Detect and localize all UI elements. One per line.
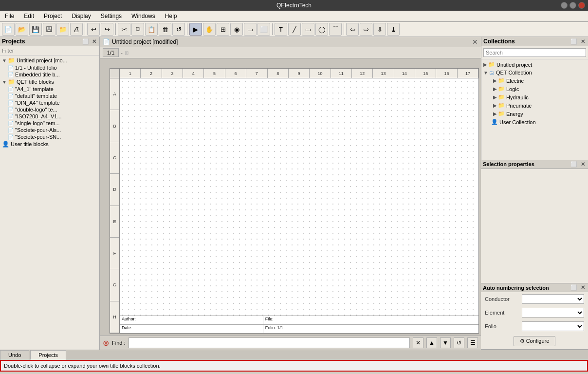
coll-item-electric[interactable]: ▶ 📁 Electric: [481, 76, 588, 85]
link-down-button[interactable]: ⇩: [373, 23, 386, 36]
copy-button[interactable]: ⧉: [131, 23, 144, 36]
search-collections: [481, 46, 588, 59]
coll-item-user-collection[interactable]: 👤 User Collection: [481, 118, 588, 126]
close-button[interactable]: [578, 2, 585, 9]
center-close-button[interactable]: ✕: [472, 38, 478, 46]
tree-item-template-default[interactable]: 📄 "default" template: [0, 93, 99, 99]
link-right-button[interactable]: ⇨: [360, 23, 372, 36]
tree-label-user-blocks: User title blocks: [11, 141, 49, 147]
tree-item-template-societe-als[interactable]: 📄 "Societe-pour-Als...: [0, 127, 99, 133]
coll-item-energy[interactable]: ▶ 📁 Energy: [481, 110, 588, 118]
menu-display[interactable]: Display: [69, 12, 93, 20]
coll-item-hydraulic[interactable]: ▶ 📁 Hydraulic: [481, 93, 588, 101]
find-refresh-button[interactable]: ↺: [454, 337, 464, 348]
tree-item-template-societe-sn[interactable]: 📄 "Societe-pour-SN...: [0, 133, 99, 140]
save-button[interactable]: 💾: [29, 23, 42, 36]
menu-edit[interactable]: Edit: [21, 12, 37, 20]
link-end-button[interactable]: ⤓: [387, 23, 400, 36]
coll-label-user-collection: User Collection: [499, 119, 536, 125]
menu-windows[interactable]: Windows: [129, 12, 158, 20]
grid-button[interactable]: ⊞: [217, 23, 229, 36]
col-8: 8: [268, 69, 289, 78]
tree-label-default: "default" template: [15, 93, 57, 99]
select-all-button[interactable]: ⬜: [257, 23, 270, 36]
open-button[interactable]: 📂: [16, 23, 28, 36]
menu-help[interactable]: Help: [162, 12, 180, 20]
sel-props-float[interactable]: ⬜: [570, 161, 578, 167]
left-panel-float[interactable]: ⬜: [81, 38, 90, 45]
left-panel-header: Projects ⬜ ✕: [0, 37, 99, 46]
maximize-button[interactable]: [570, 2, 576, 9]
circle-mode-button[interactable]: ◉: [230, 23, 243, 36]
tree-item-qet-blocks[interactable]: ▼ 📁 QET title blocks: [0, 78, 99, 86]
canvas-expand-icon[interactable]: ⊞: [125, 50, 129, 56]
auto-num-close[interactable]: ✕: [580, 284, 586, 290]
find-next-up-button[interactable]: ▲: [426, 337, 437, 348]
collections-float[interactable]: ⬜: [570, 38, 578, 44]
folio-select[interactable]: [522, 321, 584, 331]
search-input[interactable]: [483, 48, 586, 57]
tree-item-user-blocks[interactable]: 👤 User title blocks: [0, 140, 99, 148]
rect-draw-button[interactable]: ▭: [302, 23, 314, 36]
tree-item-folio[interactable]: 📄 1/1 - Untitled folio: [0, 64, 99, 71]
find-options-button[interactable]: ☰: [467, 337, 478, 348]
arc-button[interactable]: ⌒: [329, 23, 342, 36]
tree-item-template-doublelogo[interactable]: 📄 "double-logo" te...: [0, 106, 99, 113]
menu-project[interactable]: Project: [41, 12, 65, 20]
menu-settings[interactable]: Settings: [98, 12, 125, 20]
save-as-button[interactable]: [43, 23, 55, 36]
find-prev-button[interactable]: ✕: [413, 337, 423, 348]
conductor-select[interactable]: [522, 294, 584, 304]
ellipse-button[interactable]: ◯: [315, 23, 328, 36]
grid-main[interactable]: Author: File: Date:: [120, 78, 478, 333]
canvas-container[interactable]: 1 2 3 4 5 6 7 8 9 10 11 12 13 14: [100, 58, 481, 336]
redo-button[interactable]: ↪: [101, 23, 113, 36]
pointer-button[interactable]: ▶: [189, 23, 202, 36]
tab-projects[interactable]: Projects: [30, 350, 66, 360]
delete-button[interactable]: 🗑: [159, 23, 171, 36]
tree-label-embedded: Embedded title b...: [15, 72, 60, 77]
text-button[interactable]: T: [275, 23, 287, 36]
pan-button[interactable]: ✋: [203, 23, 216, 36]
configure-button[interactable]: ⚙ Configure: [514, 336, 556, 346]
tree-item-template-dina4[interactable]: 📄 "DIN_A4" template: [0, 99, 99, 106]
menu-file[interactable]: File: [2, 12, 17, 20]
tree-item-template-a41[interactable]: 📄 "A4_1" template: [0, 86, 99, 93]
coll-item-logic[interactable]: ▶ 📁 Logic: [481, 85, 588, 93]
center-titlebar: 📄 Untitled project [modified] ✕: [100, 37, 481, 47]
coll-item-project[interactable]: ▶ 📁 Untitled project: [481, 60, 588, 69]
element-select[interactable]: [522, 308, 584, 318]
new-button[interactable]: 📄: [2, 23, 15, 36]
file-icon-embedded: 📄: [8, 72, 14, 77]
find-close-button[interactable]: ⊗: [103, 338, 109, 348]
minimize-button[interactable]: [561, 2, 568, 9]
main-content: Projects ⬜ ✕ Filter ▼ 📁 Untitled project…: [0, 37, 588, 350]
undo-button[interactable]: ↩: [87, 23, 100, 36]
coll-label-electric: Electric: [506, 78, 524, 84]
coll-item-qet[interactable]: ▼ 🗂 QET Collection: [481, 69, 588, 76]
tree-item-template-iso[interactable]: 📄 "ISO7200_A4_V1...: [0, 113, 99, 120]
left-panel-close[interactable]: ✕: [91, 38, 97, 45]
tree-label-doublelogo: "double-logo" te...: [15, 107, 57, 112]
cut-button[interactable]: ✂: [118, 23, 130, 36]
link-left-button[interactable]: ⇦: [346, 23, 359, 36]
tab-undo[interactable]: Undo: [0, 350, 29, 360]
tree-item-embedded[interactable]: 📄 Embedded title b...: [0, 71, 99, 78]
tree-item-project[interactable]: ▼ 📁 Untitled project [mo...: [0, 56, 99, 64]
collections-close[interactable]: ✕: [580, 38, 586, 44]
find-next-down-button[interactable]: ▼: [440, 337, 451, 348]
tree-item-template-singlelogo[interactable]: 📄 "single-logo" tem...: [0, 120, 99, 127]
print-button[interactable]: 🖨: [70, 23, 83, 36]
select-rect-button[interactable]: ▭: [244, 23, 257, 36]
rotate-button[interactable]: ↺: [172, 23, 185, 36]
coll-item-pneumatic[interactable]: ▶ 📁 Pneumatic: [481, 101, 588, 110]
line-button[interactable]: ╱: [288, 23, 301, 36]
folio-tab[interactable]: 1/1: [103, 48, 119, 57]
grid-area[interactable]: 1 2 3 4 5 6 7 8 9 10 11 12 13 14: [110, 68, 479, 334]
sel-props-close[interactable]: ✕: [580, 161, 586, 167]
paste-button[interactable]: 📋: [145, 23, 158, 36]
find-input[interactable]: [129, 337, 410, 348]
auto-num-float[interactable]: ⬜: [570, 284, 578, 290]
open-folder-button[interactable]: 📁: [56, 23, 69, 36]
grid-row-headers: A B C D E F G H: [110, 78, 120, 333]
